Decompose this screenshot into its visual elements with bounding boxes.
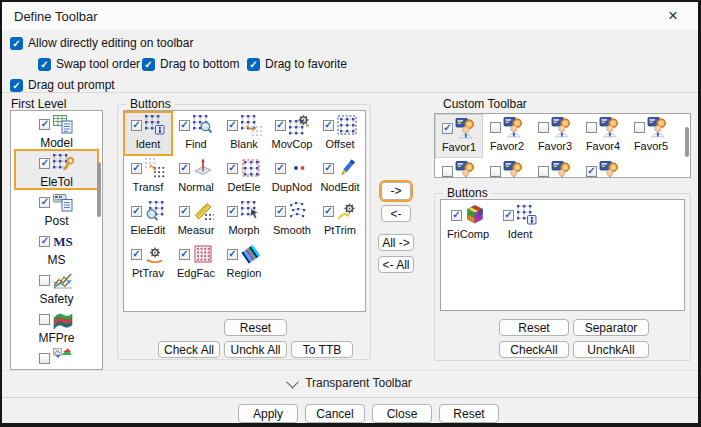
item-checkbox[interactable]: [39, 353, 50, 364]
tool-item[interactable]: MovCop: [268, 112, 316, 155]
checkbox-checked-icon[interactable]: [142, 58, 155, 71]
favorite-item[interactable]: Favor1: [435, 114, 483, 158]
first-level-list[interactable]: Model EleTol Post: [10, 110, 103, 370]
item-checkbox[interactable]: [490, 122, 501, 133]
all-left-button[interactable]: <- All: [378, 256, 414, 273]
item-checkbox[interactable]: [275, 206, 286, 217]
item-checkbox[interactable]: [227, 249, 238, 260]
item-checkbox[interactable]: [179, 120, 190, 131]
tool-item[interactable]: Region: [220, 241, 268, 284]
check-all-button[interactable]: Check All: [158, 341, 220, 358]
item-checkbox[interactable]: [503, 210, 514, 221]
custom-unchk-all-button[interactable]: UnchkAll: [573, 341, 649, 358]
first-level-item[interactable]: Safety: [15, 267, 98, 306]
item-checkbox[interactable]: [275, 163, 286, 174]
item-checkbox[interactable]: [227, 120, 238, 131]
footer-reset-button[interactable]: Reset: [439, 404, 499, 423]
tool-item[interactable]: Morph: [220, 198, 268, 241]
favorite-item[interactable]: [579, 158, 627, 178]
tool-item[interactable]: NodEdit: [316, 155, 364, 198]
item-checkbox[interactable]: [275, 120, 286, 131]
item-checkbox[interactable]: [131, 249, 142, 260]
drag-to-favorite-checkbox[interactable]: Drag to favorite: [247, 57, 347, 71]
transparent-toolbar-expander[interactable]: Transparent Toolbar: [2, 374, 698, 392]
item-checkbox[interactable]: [323, 120, 334, 131]
item-checkbox[interactable]: [39, 158, 50, 169]
item-checkbox[interactable]: [39, 314, 50, 325]
apply-button[interactable]: Apply: [238, 404, 298, 423]
tool-item[interactable]: PtTrim: [316, 198, 364, 241]
favorite-item[interactable]: Favor2: [483, 114, 531, 158]
tool-item[interactable]: Normal: [172, 155, 220, 198]
item-checkbox[interactable]: [39, 236, 50, 247]
to-ttb-button[interactable]: To TTB: [291, 341, 353, 358]
item-checkbox[interactable]: [538, 122, 549, 133]
all-right-button[interactable]: All ->: [378, 234, 414, 251]
tool-item[interactable]: Find: [172, 112, 220, 155]
tool-item[interactable]: Offset: [316, 112, 364, 155]
favorite-item[interactable]: Favor4: [579, 114, 627, 158]
favorite-item[interactable]: Favor5: [627, 114, 675, 158]
item-checkbox[interactable]: [442, 123, 453, 134]
item-checkbox[interactable]: [323, 163, 334, 174]
first-level-item[interactable]: EleTol: [15, 150, 98, 189]
checkbox-checked-icon[interactable]: [10, 79, 23, 92]
item-checkbox[interactable]: [586, 122, 597, 133]
separator-button[interactable]: Separator: [573, 319, 649, 336]
item-checkbox[interactable]: [227, 206, 238, 217]
item-checkbox[interactable]: [131, 120, 142, 131]
first-level-item[interactable]: Post: [15, 189, 98, 228]
favorite-item[interactable]: [435, 158, 483, 178]
item-checkbox[interactable]: [39, 197, 50, 208]
item-checkbox[interactable]: [131, 206, 142, 217]
item-checkbox[interactable]: [442, 166, 453, 177]
drag-out-prompt-checkbox[interactable]: Drag out prompt: [10, 78, 115, 92]
mid-reset-button[interactable]: Reset: [224, 319, 287, 336]
favorite-item[interactable]: Favor3: [531, 114, 579, 158]
custom-tool-item[interactable]: FriComp: [442, 202, 494, 245]
item-checkbox[interactable]: [538, 166, 549, 177]
custom-check-all-button[interactable]: CheckAll: [499, 341, 569, 358]
first-level-item[interactable]: MFPre: [15, 306, 98, 345]
item-checkbox[interactable]: [634, 122, 645, 133]
favorites-scrollbar[interactable]: [685, 127, 689, 157]
close-icon[interactable]: ×: [656, 4, 690, 28]
tool-item[interactable]: EdgFac: [172, 241, 220, 284]
tool-item[interactable]: Ident: [124, 112, 172, 155]
unchk-all-button[interactable]: Unchk All: [224, 341, 287, 358]
custom-reset-button[interactable]: Reset: [499, 319, 569, 336]
move-left-button[interactable]: <-: [381, 205, 411, 222]
tool-item[interactable]: Measur: [172, 198, 220, 241]
first-level-item[interactable]: Model: [15, 111, 98, 150]
tool-item[interactable]: DetEle: [220, 155, 268, 198]
tool-item[interactable]: PtTrav: [124, 241, 172, 284]
item-checkbox[interactable]: [179, 163, 190, 174]
favorite-item[interactable]: [483, 158, 531, 178]
item-checkbox[interactable]: [227, 163, 238, 174]
tool-item[interactable]: Transf: [124, 155, 172, 198]
checkbox-checked-icon[interactable]: [38, 58, 51, 71]
drag-to-bottom-checkbox[interactable]: Drag to bottom: [142, 57, 239, 71]
custom-tool-item[interactable]: Ident: [494, 202, 546, 245]
checkbox-checked-icon[interactable]: [10, 37, 23, 50]
tool-item[interactable]: EleEdit: [124, 198, 172, 241]
swap-tool-order-checkbox[interactable]: Swap tool order: [38, 57, 140, 71]
first-level-item[interactable]: MS MS: [15, 228, 98, 267]
first-level-scrollbar[interactable]: [97, 162, 101, 217]
item-checkbox[interactable]: [490, 166, 501, 177]
item-checkbox[interactable]: [131, 163, 142, 174]
tool-item[interactable]: Smooth: [268, 198, 316, 241]
item-checkbox[interactable]: [586, 166, 597, 177]
favorites-list[interactable]: Favor1 Favor2 Favor3: [434, 113, 691, 178]
tool-item[interactable]: DupNod: [268, 155, 316, 198]
favorite-item[interactable]: [531, 158, 579, 178]
move-right-button[interactable]: ->: [381, 182, 411, 200]
item-checkbox[interactable]: [179, 206, 190, 217]
item-checkbox[interactable]: [323, 206, 334, 217]
item-checkbox[interactable]: [451, 210, 462, 221]
item-checkbox[interactable]: [39, 275, 50, 286]
item-checkbox[interactable]: [39, 119, 50, 130]
close-button[interactable]: Close: [372, 404, 432, 423]
tool-item[interactable]: Blank: [220, 112, 268, 155]
checkbox-checked-icon[interactable]: [247, 58, 260, 71]
